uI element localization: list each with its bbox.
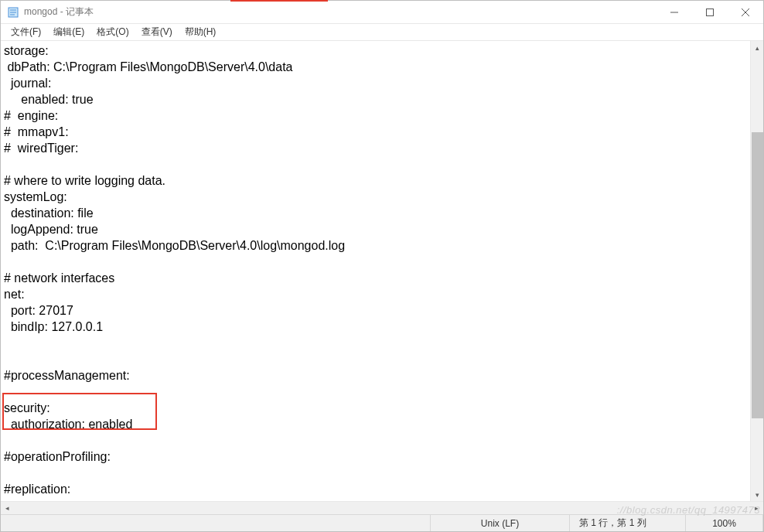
scroll-down-button[interactable]: ▾ [751, 488, 763, 501]
menu-edit[interactable]: 编辑(E) [48, 24, 90, 40]
titlebar: mongod - 记事本 [1, 1, 763, 24]
menu-file[interactable]: 文件(F) [5, 24, 46, 40]
statusbar: Unix (LF) 第 1 行，第 1 列 100% [1, 514, 763, 531]
status-zoom: 100% [686, 515, 763, 531]
menu-format[interactable]: 格式(O) [91, 24, 134, 40]
scroll-thumb[interactable] [752, 132, 763, 418]
notepad-window: mongod - 记事本 文件(F) 编辑(E) 格式(O) 查看(V) 帮助(… [0, 0, 764, 532]
menu-view[interactable]: 查看(V) [136, 24, 178, 40]
notepad-icon [7, 6, 19, 19]
menubar: 文件(F) 编辑(E) 格式(O) 查看(V) 帮助(H) [1, 24, 763, 41]
menu-help[interactable]: 帮助(H) [179, 24, 222, 40]
status-eol: Unix (LF) [431, 515, 570, 531]
text-editor[interactable]: storage: dbPath: C:\Program Files\MongoD… [1, 41, 750, 501]
scroll-left-button[interactable]: ◂ [1, 502, 14, 515]
vertical-scrollbar[interactable]: ▴ ▾ [750, 41, 763, 501]
status-position: 第 1 行，第 1 列 [570, 515, 686, 531]
highlight-box [2, 393, 157, 430]
content-area: storage: dbPath: C:\Program Files\MongoD… [1, 41, 763, 501]
scroll-up-button[interactable]: ▴ [751, 41, 763, 54]
hscroll-track[interactable] [14, 502, 750, 514]
status-spacer [1, 515, 431, 531]
scroll-right-button[interactable]: ▸ [750, 502, 763, 515]
close-button[interactable] [728, 1, 763, 24]
horizontal-scrollbar[interactable]: ◂ ▸ [1, 501, 763, 514]
minimize-button[interactable] [657, 1, 692, 24]
maximize-button[interactable] [692, 1, 728, 24]
window-title: mongod - 记事本 [24, 5, 94, 19]
accent-bar [230, 0, 328, 2]
svg-rect-5 [707, 9, 714, 15]
